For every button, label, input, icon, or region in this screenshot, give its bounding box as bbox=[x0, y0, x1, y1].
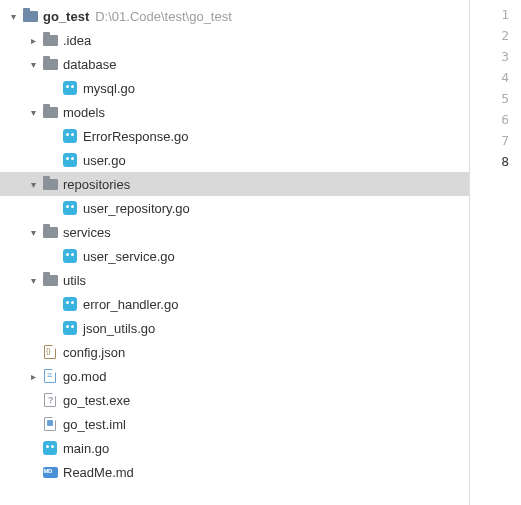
tree-item-label: .idea bbox=[63, 33, 91, 48]
tree-item-label: error_handler.go bbox=[83, 297, 178, 312]
tree-item-label: json_utils.go bbox=[83, 321, 155, 336]
tree-file[interactable]: ▸error_handler.go bbox=[0, 292, 469, 316]
folder-root-icon bbox=[22, 8, 38, 24]
tree-file[interactable]: ▸go_test.iml bbox=[0, 412, 469, 436]
folder-icon bbox=[42, 272, 58, 288]
tree-file[interactable]: ▸main.go bbox=[0, 436, 469, 460]
gutter-line-number[interactable]: 6 bbox=[470, 109, 509, 130]
tree-item-label: mysql.go bbox=[83, 81, 135, 96]
chevron-right-icon[interactable]: ▸ bbox=[26, 369, 40, 383]
tree-item-label: ReadMe.md bbox=[63, 465, 134, 480]
tree-file[interactable]: ▸go_test.exe bbox=[0, 388, 469, 412]
go-icon bbox=[62, 200, 78, 216]
gutter-line-number[interactable]: 4 bbox=[470, 67, 509, 88]
gutter-line-number[interactable]: 8 bbox=[470, 151, 509, 172]
tree-file[interactable]: ▸config.json bbox=[0, 340, 469, 364]
go-icon bbox=[62, 80, 78, 96]
chevron-down-icon[interactable]: ▾ bbox=[6, 9, 20, 23]
folder-icon bbox=[42, 176, 58, 192]
gutter-line-number[interactable]: 5 bbox=[470, 88, 509, 109]
go-icon bbox=[62, 320, 78, 336]
tree-file[interactable]: ▸user_repository.go bbox=[0, 196, 469, 220]
chevron-down-icon[interactable]: ▾ bbox=[26, 177, 40, 191]
tree-file[interactable]: ▸ReadMe.md bbox=[0, 460, 469, 484]
tree-folder[interactable]: ▾repositories bbox=[0, 172, 469, 196]
tree-item-label: repositories bbox=[63, 177, 130, 192]
tree-item-label: config.json bbox=[63, 345, 125, 360]
tree-file[interactable]: ▸go.mod bbox=[0, 364, 469, 388]
tree-file[interactable]: ▸user_service.go bbox=[0, 244, 469, 268]
chevron-down-icon[interactable]: ▾ bbox=[26, 105, 40, 119]
tree-file[interactable]: ▸user.go bbox=[0, 148, 469, 172]
go-icon bbox=[62, 128, 78, 144]
project-path: D:\01.Code\test\go_test bbox=[95, 9, 232, 24]
gutter-line-number[interactable]: 1 bbox=[470, 4, 509, 25]
chevron-down-icon[interactable]: ▾ bbox=[26, 225, 40, 239]
tree-item-label: database bbox=[63, 57, 117, 72]
tree-folder[interactable]: ▸.idea bbox=[0, 28, 469, 52]
tree-item-label: user.go bbox=[83, 153, 126, 168]
folder-icon bbox=[42, 104, 58, 120]
go-icon bbox=[62, 152, 78, 168]
tree-item-label: services bbox=[63, 225, 111, 240]
chevron-right-icon[interactable]: ▸ bbox=[26, 33, 40, 47]
tree-item-label: go_test.exe bbox=[63, 393, 130, 408]
tree-item-label: models bbox=[63, 105, 105, 120]
tree-item-label: main.go bbox=[63, 441, 109, 456]
folder-icon bbox=[42, 32, 58, 48]
tree-item-label: go_test bbox=[43, 9, 89, 24]
tree-file[interactable]: ▸ErrorResponse.go bbox=[0, 124, 469, 148]
tree-folder[interactable]: ▾services bbox=[0, 220, 469, 244]
md-icon bbox=[42, 464, 58, 480]
tree-folder[interactable]: ▾utils bbox=[0, 268, 469, 292]
iml-icon bbox=[42, 416, 58, 432]
tree-folder[interactable]: ▾go_testD:\01.Code\test\go_test bbox=[0, 4, 469, 28]
exe-icon bbox=[42, 392, 58, 408]
chevron-down-icon[interactable]: ▾ bbox=[26, 57, 40, 71]
tree-item-label: ErrorResponse.go bbox=[83, 129, 189, 144]
tree-item-label: user_repository.go bbox=[83, 201, 190, 216]
gutter-line-number[interactable]: 2 bbox=[470, 25, 509, 46]
tree-item-label: utils bbox=[63, 273, 86, 288]
gutter-line-number[interactable]: 3 bbox=[470, 46, 509, 67]
project-tree[interactable]: ▾go_testD:\01.Code\test\go_test▸.idea▾da… bbox=[0, 0, 469, 505]
go-icon bbox=[62, 296, 78, 312]
chevron-down-icon[interactable]: ▾ bbox=[26, 273, 40, 287]
gutter-line-number[interactable]: 7 bbox=[470, 130, 509, 151]
tree-file[interactable]: ▸json_utils.go bbox=[0, 316, 469, 340]
tree-folder[interactable]: ▾models bbox=[0, 100, 469, 124]
tree-item-label: go_test.iml bbox=[63, 417, 126, 432]
folder-icon bbox=[42, 224, 58, 240]
tree-file[interactable]: ▸mysql.go bbox=[0, 76, 469, 100]
mod-icon bbox=[42, 368, 58, 384]
editor-gutter: 12345678 bbox=[469, 0, 521, 505]
json-icon bbox=[42, 344, 58, 360]
tree-folder[interactable]: ▾database bbox=[0, 52, 469, 76]
tree-item-label: user_service.go bbox=[83, 249, 175, 264]
go-icon bbox=[62, 248, 78, 264]
go-icon bbox=[42, 440, 58, 456]
folder-icon bbox=[42, 56, 58, 72]
tree-item-label: go.mod bbox=[63, 369, 106, 384]
